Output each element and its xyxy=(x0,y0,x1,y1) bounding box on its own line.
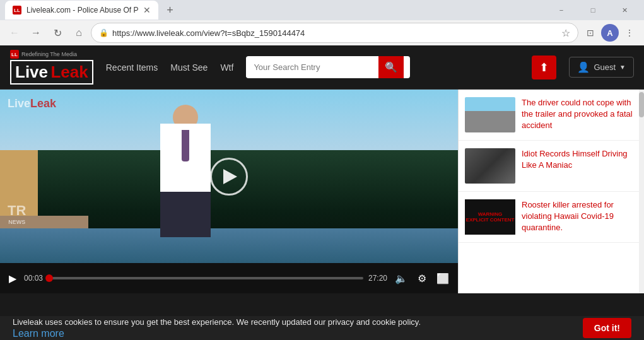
watermark-live: Live xyxy=(8,97,30,110)
logo-live: Live xyxy=(15,62,48,81)
favicon: LL xyxy=(13,6,21,15)
home-button[interactable]: ⌂ xyxy=(69,23,88,42)
end-time: 27:20 xyxy=(368,274,387,283)
security-icon: 🔒 xyxy=(99,28,108,37)
main-navigation: Recent Items Must See Wtf xyxy=(106,62,234,73)
progress-thumb xyxy=(45,274,53,282)
nav-wtf[interactable]: Wtf xyxy=(220,62,233,73)
maximize-button[interactable]: □ xyxy=(578,1,607,20)
tagline-icon: LL xyxy=(10,50,19,59)
video-controls: ▶ 00:03 27:20 🔈 ⚙ ⬜ xyxy=(0,263,458,293)
tab-close-button[interactable]: ✕ xyxy=(143,5,151,15)
tagline: LL Redefining The Media xyxy=(10,50,93,59)
play-pause-button[interactable]: ▶ xyxy=(6,270,19,287)
video-background-water xyxy=(0,228,458,263)
warning-line2: EXPLICIT CONTENT xyxy=(466,217,515,223)
title-bar: LL Liveleak.com - Police Abuse Of P ✕ + … xyxy=(0,0,644,20)
logo-leak: Leak xyxy=(50,62,88,81)
new-tab-button[interactable]: + xyxy=(161,1,179,19)
browser-extras: ⊡ A ⋮ xyxy=(581,23,639,42)
bookmark-icon[interactable]: ☆ xyxy=(561,27,570,39)
sidebar-thumb-2 xyxy=(465,148,515,184)
cookie-banner: Liveleak uses cookies to ensure you get … xyxy=(0,316,644,340)
fullscreen-button[interactable]: ⬜ xyxy=(434,270,452,287)
volume-button[interactable]: 🔈 xyxy=(392,270,410,287)
current-time: 00:03 xyxy=(24,274,43,283)
cookie-accept-button[interactable]: Got it! xyxy=(583,318,631,338)
video-section: LiveLeak TR NEWS ▶ 00:03 27:20 🔈 ⚙ ⬜ xyxy=(0,90,458,293)
play-button-overlay[interactable] xyxy=(210,158,248,196)
video-watermark: LiveLeak xyxy=(8,97,56,110)
sidebar-item-title-1: The driver could not cope with the trail… xyxy=(522,97,633,132)
sidebar-item-title-2: Idiot Records Himself Driving Like A Man… xyxy=(522,148,633,184)
tab-title: Liveleak.com - Police Abuse Of P xyxy=(26,6,138,15)
profile-avatar[interactable]: A xyxy=(601,24,619,42)
url-input[interactable] xyxy=(112,28,558,38)
search-input[interactable] xyxy=(246,57,378,77)
site-header: LL Redefining The Media Live Leak Recent… xyxy=(0,45,644,90)
play-icon xyxy=(223,169,237,184)
warning-line1: WARNING xyxy=(478,211,503,217)
minimize-button[interactable]: − xyxy=(547,1,576,20)
settings-button[interactable]: ⚙ xyxy=(415,270,429,287)
menu-icon[interactable]: ⋮ xyxy=(620,23,639,42)
refresh-button[interactable]: ↻ xyxy=(48,23,67,42)
upload-button[interactable]: ⬆ xyxy=(532,56,556,79)
close-button[interactable]: ✕ xyxy=(610,1,639,20)
sidebar-item-3[interactable]: WARNING EXPLICIT CONTENT Rooster killer … xyxy=(459,192,644,243)
cookie-text: Liveleak uses cookies to ensure you get … xyxy=(13,317,421,327)
scrollbar-thumb xyxy=(639,92,644,117)
channel-bug: TR NEWS xyxy=(8,202,26,225)
chevron-down-icon: ▼ xyxy=(619,64,626,71)
sidebar-item-title-3: Rooster killer arrested for violating Ha… xyxy=(522,199,633,235)
logo-area: LL Redefining The Media Live Leak xyxy=(10,50,93,85)
search-box: 🔍 xyxy=(246,56,410,78)
sidebar-item-1[interactable]: The driver could not cope with the trail… xyxy=(459,90,644,141)
progress-bar[interactable] xyxy=(48,277,363,279)
sidebar: The driver could not cope with the trail… xyxy=(458,90,644,293)
cast-icon[interactable]: ⊡ xyxy=(581,23,600,42)
address-bar[interactable]: 🔒 ☆ xyxy=(91,23,578,43)
navigation-bar: ← → ↻ ⌂ 🔒 ☆ ⊡ A ⋮ xyxy=(0,20,644,45)
scrollbar[interactable] xyxy=(639,90,644,293)
window-controls: − □ ✕ xyxy=(547,1,639,20)
person-tie xyxy=(182,130,189,161)
sidebar-item-2[interactable]: Idiot Records Himself Driving Like A Man… xyxy=(459,141,644,192)
forward-button[interactable]: → xyxy=(26,23,45,42)
search-area: 🔍 xyxy=(246,56,519,78)
sidebar-thumb-1 xyxy=(465,97,515,132)
active-tab[interactable]: LL Liveleak.com - Police Abuse Of P ✕ xyxy=(5,1,158,20)
main-content: LiveLeak TR NEWS ▶ 00:03 27:20 🔈 ⚙ ⬜ xyxy=(0,90,644,293)
guest-icon: 👤 xyxy=(577,61,590,73)
nav-must-see[interactable]: Must See xyxy=(170,62,208,73)
nav-recent-items[interactable]: Recent Items xyxy=(106,62,158,73)
logo-border: Live Leak xyxy=(10,60,93,85)
guest-menu-button[interactable]: 👤 Guest ▼ xyxy=(569,57,634,78)
watermark-leak: Leak xyxy=(30,97,56,110)
cookie-learn-more-link[interactable]: Learn more xyxy=(13,328,421,339)
video-bg-person xyxy=(160,124,211,237)
back-button[interactable]: ← xyxy=(5,23,24,42)
video-player[interactable]: LiveLeak TR NEWS xyxy=(0,90,458,263)
guest-label: Guest xyxy=(594,62,616,72)
tab-bar: LL Liveleak.com - Police Abuse Of P ✕ + xyxy=(5,1,179,20)
site-logo[interactable]: Live Leak xyxy=(10,60,93,85)
warning-box: WARNING EXPLICIT CONTENT xyxy=(465,199,515,235)
video-background-sky xyxy=(0,90,458,150)
search-button[interactable]: 🔍 xyxy=(378,56,404,78)
